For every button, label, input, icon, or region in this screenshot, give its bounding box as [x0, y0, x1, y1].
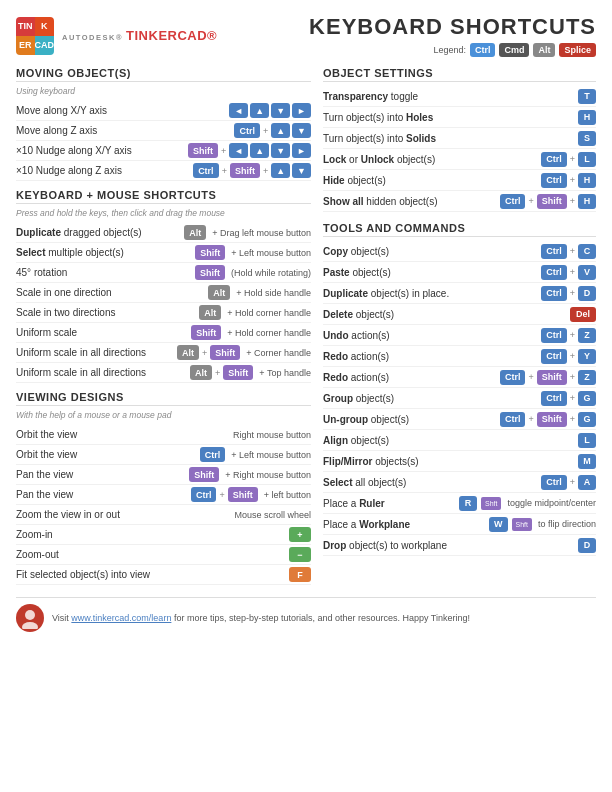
key-plus: +: [289, 527, 311, 542]
keys-delete: Del: [570, 307, 596, 322]
sep-rz2: +: [570, 372, 575, 382]
shortcut-row-flip: Flip/Mirror objects(s) M: [323, 451, 596, 472]
label-ungroup: Un-group object(s): [323, 414, 500, 425]
logo-text: AUTODESK® TINKERCAD®: [62, 28, 217, 43]
key-shift-rz: Shift: [537, 370, 567, 385]
shortcut-row-transparency: Transparency toggle T: [323, 86, 596, 107]
key-shift-uni: Shift: [191, 325, 221, 340]
desc-orbit-rm: Right mouse button: [233, 430, 311, 440]
sep-paste: +: [570, 267, 575, 277]
key-shift-sel: Shift: [195, 245, 225, 260]
shortcut-row-showall: Show all hidden object(s) Ctrl + Shift +…: [323, 191, 596, 212]
label-align: Align object(s): [323, 435, 578, 446]
sep-hide: +: [570, 175, 575, 185]
moving-header: MOVING OBJECT(S): [16, 67, 311, 82]
shortcut-row-paste: Paste object(s) Ctrl + V: [323, 262, 596, 283]
key-f: F: [289, 567, 311, 582]
key-D-drop: D: [578, 538, 596, 553]
keys-dup-place: Ctrl + D: [541, 286, 596, 301]
label-delete: Delete object(s): [323, 309, 570, 320]
key-shift-pan2: Shift: [228, 487, 258, 502]
key-alt-uac: Alt: [177, 345, 199, 360]
legend-row: Legend: Ctrl Cmd Alt Splice: [309, 43, 596, 57]
label-pan-csl: Pan the view: [16, 489, 191, 500]
key-left-n: ◄: [229, 143, 248, 158]
sep-sa1: +: [528, 196, 533, 206]
desc-dup: + Drag left mouse button: [212, 228, 311, 238]
label-zoom-out: Zoom-out: [16, 549, 289, 560]
key-ctrl-copy: Ctrl: [541, 244, 567, 259]
key-shift-rot: Shift: [195, 265, 225, 280]
key-shift-small-ruler: Shft: [481, 497, 501, 510]
key-alt-uat: Alt: [190, 365, 212, 380]
key-shift-nz: Shift: [230, 163, 260, 178]
desc-rot: (Hold while rotating): [231, 268, 311, 278]
label-redo-y: Redo action(s): [323, 351, 541, 362]
key-Z-redo: Z: [578, 370, 596, 385]
keys-orbit-rm: Right mouse button: [233, 430, 311, 440]
logo-area: TIN K ER CAD AUTODESK® TINKERCAD®: [16, 17, 217, 55]
key-right: ►: [292, 103, 311, 118]
label-select-multi: Select multiple object(s): [16, 247, 195, 258]
legend-ctrl: Ctrl: [470, 43, 496, 57]
shortcut-row-copy: Copy object(s) Ctrl + C: [323, 241, 596, 262]
key-G-ung: G: [578, 412, 596, 427]
keys-holes: H: [578, 110, 596, 125]
keys-move-xy: ◄ ▲ ▼ ►: [229, 103, 311, 118]
key-W: W: [489, 517, 508, 532]
keys-45rot: Shift (Hold while rotating): [195, 265, 311, 280]
desc-uac: + Corner handle: [246, 348, 311, 358]
keys-solids: S: [578, 131, 596, 146]
keys-undo: Ctrl + Z: [541, 328, 596, 343]
keys-copy: Ctrl + C: [541, 244, 596, 259]
sep-uat: +: [215, 368, 220, 378]
desc-pan-csl: + left button: [264, 490, 311, 500]
shortcut-row-group: Group object(s) Ctrl + G: [323, 388, 596, 409]
shortcut-row-ruler: Place a Ruler R Shft toggle midpoint/cen…: [323, 493, 596, 514]
keys-flip: M: [578, 454, 596, 469]
label-dup-drag: Duplicate dragged object(s): [16, 227, 184, 238]
sep-copy: +: [570, 246, 575, 256]
label-drop: Drop object(s) to workplane: [323, 540, 578, 551]
sep-sa3: +: [570, 477, 575, 487]
label-nudge-z: ×10 Nudge along Z axis: [16, 165, 193, 176]
svg-point-0: [25, 610, 35, 620]
keys-group: Ctrl + G: [541, 391, 596, 406]
legend-splice: Splice: [559, 43, 596, 57]
key-down-z: ▼: [292, 123, 311, 138]
footer: Visit www.tinkercad.com/learn for more t…: [16, 597, 596, 632]
key-Y: Y: [578, 349, 596, 364]
desc-scale2: + Hold corner handle: [227, 308, 311, 318]
shortcut-row-select-all: Select all object(s) Ctrl + A: [323, 472, 596, 493]
desc-ruler: toggle midpoint/center: [507, 498, 596, 508]
shortcut-row-workplane: Place a Workplane W Shft to flip directi…: [323, 514, 596, 535]
keys-workplane: W Shft to flip direction: [489, 517, 596, 532]
shortcut-row-zoom-out: Zoom-out −: [16, 545, 311, 565]
label-dup-place: Duplicate object(s) in place.: [323, 288, 541, 299]
key-ctrl-sa2: Ctrl: [541, 475, 567, 490]
label-flip: Flip/Mirror objects(s): [323, 456, 578, 467]
sep3: +: [222, 166, 227, 176]
sep-ry: +: [570, 351, 575, 361]
legend-cmd: Cmd: [499, 43, 529, 57]
shortcut-row-nudge-xy: ×10 Nudge along X/Y axis Shift + ◄ ▲ ▼ ►: [16, 141, 311, 161]
shortcut-row-redo-z: Redo action(s) Ctrl + Shift + Z: [323, 367, 596, 388]
shortcut-row-scale-two: Scale in two directions Alt + Hold corne…: [16, 303, 311, 323]
shortcut-row-undo: Undo action(s) Ctrl + Z: [323, 325, 596, 346]
keys-ruler: R Shft toggle midpoint/center: [459, 496, 596, 511]
label-zoom-scroll: Zoom the view in or out: [16, 509, 234, 520]
key-ctrl-hide: Ctrl: [541, 173, 567, 188]
label-showall: Show all hidden object(s): [323, 196, 500, 207]
footer-link[interactable]: www.tinkercad.com/learn: [71, 613, 171, 623]
shortcut-row-dup-place: Duplicate object(s) in place. Ctrl + D: [323, 283, 596, 304]
key-ctrl-grp: Ctrl: [541, 391, 567, 406]
key-shift-sa: Shift: [537, 194, 567, 209]
shortcut-row-fit: Fit selected object(s) into view F: [16, 565, 311, 585]
label-zoom-in: Zoom-in: [16, 529, 289, 540]
key-H-hide: H: [578, 173, 596, 188]
keys-scale-two: Alt + Hold corner handle: [199, 305, 311, 320]
viewing-header: VIEWING DESIGNS: [16, 391, 311, 406]
key-ctrl-pan: Ctrl: [191, 487, 217, 502]
shortcut-row-hide: Hide object(s) Ctrl + H: [323, 170, 596, 191]
shortcut-row-align: Align object(s) L: [323, 430, 596, 451]
